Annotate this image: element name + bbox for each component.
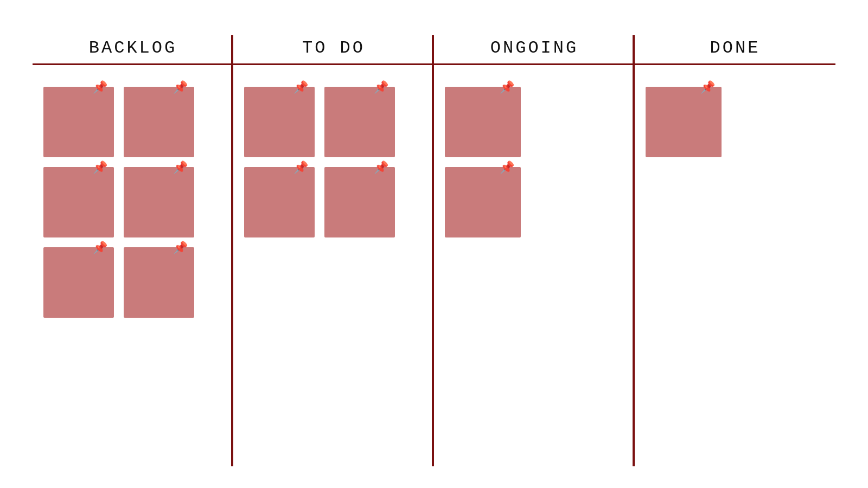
column-ongoing: 📌📌 bbox=[434, 65, 635, 466]
cards-grid-done: 📌 bbox=[646, 76, 825, 157]
card-t2[interactable]: 📌 bbox=[324, 87, 395, 157]
col-header-ongoing: ONGOING bbox=[434, 38, 635, 58]
card-b5[interactable]: 📌 bbox=[43, 247, 114, 318]
pin-b5: 📌 bbox=[93, 243, 107, 255]
board-columns: 📌📌📌📌📌📌📌📌📌📌📌📌📌 bbox=[33, 65, 835, 466]
pin-o2: 📌 bbox=[500, 163, 514, 175]
card-t4[interactable]: 📌 bbox=[324, 167, 395, 237]
card-b1[interactable]: 📌 bbox=[43, 87, 114, 157]
pin-t2: 📌 bbox=[374, 82, 388, 94]
column-done: 📌 bbox=[635, 65, 835, 466]
cards-grid-todo: 📌📌📌📌 bbox=[244, 76, 423, 237]
column-todo: 📌📌📌📌 bbox=[233, 65, 434, 466]
card-d1[interactable]: 📌 bbox=[646, 87, 722, 157]
card-b3[interactable]: 📌 bbox=[43, 167, 114, 237]
pin-b3: 📌 bbox=[93, 163, 107, 175]
col-header-todo: TO DO bbox=[233, 38, 434, 58]
col-header-backlog: BACKLOG bbox=[33, 38, 233, 58]
pin-b4: 📌 bbox=[173, 163, 188, 175]
column-backlog: 📌📌📌📌📌📌 bbox=[33, 65, 233, 466]
pin-b6: 📌 bbox=[173, 243, 188, 255]
cards-grid-backlog: 📌📌📌📌📌📌 bbox=[43, 76, 222, 318]
pin-t1: 📌 bbox=[293, 82, 308, 94]
card-b6[interactable]: 📌 bbox=[124, 247, 194, 318]
board-container: BACKLOGTO DOONGOINGDONE 📌📌📌📌📌📌📌📌📌📌📌📌📌 bbox=[0, 0, 868, 488]
pin-d1: 📌 bbox=[700, 82, 715, 94]
card-b4[interactable]: 📌 bbox=[124, 167, 194, 237]
board-header: BACKLOGTO DOONGOINGDONE bbox=[33, 38, 835, 65]
pin-t3: 📌 bbox=[293, 163, 308, 175]
pin-b2: 📌 bbox=[173, 82, 188, 94]
card-o1[interactable]: 📌 bbox=[445, 87, 521, 157]
pin-o1: 📌 bbox=[500, 82, 514, 94]
card-o2[interactable]: 📌 bbox=[445, 167, 521, 237]
col-header-done: DONE bbox=[635, 38, 835, 58]
card-t3[interactable]: 📌 bbox=[244, 167, 315, 237]
pin-b1: 📌 bbox=[93, 82, 107, 94]
pin-t4: 📌 bbox=[374, 163, 388, 175]
card-b2[interactable]: 📌 bbox=[124, 87, 194, 157]
kanban-board: BACKLOGTO DOONGOINGDONE 📌📌📌📌📌📌📌📌📌📌📌📌📌 bbox=[33, 38, 835, 466]
cards-grid-ongoing: 📌📌 bbox=[445, 76, 624, 237]
card-t1[interactable]: 📌 bbox=[244, 87, 315, 157]
